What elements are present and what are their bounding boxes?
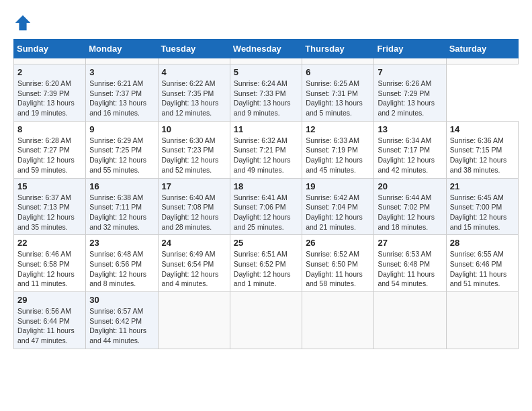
calendar-cell	[374, 58, 446, 64]
day-info: Sunrise: 6:49 AM Sunset: 6:54 PM Dayligh…	[162, 249, 226, 289]
calendar-cell: 24 Sunrise: 6:49 AM Sunset: 6:54 PM Dayl…	[158, 235, 230, 292]
svg-marker-0	[15, 15, 30, 30]
day-info: Sunrise: 6:41 AM Sunset: 7:06 PM Dayligh…	[234, 193, 298, 232]
day-number: 20	[378, 181, 442, 191]
logo	[13, 13, 35, 32]
day-info: Sunrise: 6:55 AM Sunset: 6:46 PM Dayligh…	[450, 249, 515, 289]
calendar-cell: 29 Sunrise: 6:56 AM Sunset: 6:44 PM Dayl…	[14, 292, 86, 349]
calendar-week: 8 Sunrise: 6:28 AM Sunset: 7:27 PM Dayli…	[14, 121, 519, 178]
calendar-cell: 19 Sunrise: 6:42 AM Sunset: 7:04 PM Dayl…	[302, 178, 374, 235]
day-number: 11	[234, 124, 298, 134]
day-number: 6	[306, 67, 370, 77]
calendar-cell: 10 Sunrise: 6:30 AM Sunset: 7:23 PM Dayl…	[158, 121, 230, 178]
header-sunday: Sunday	[14, 40, 86, 58]
calendar-week: 29 Sunrise: 6:56 AM Sunset: 6:44 PM Dayl…	[14, 292, 519, 349]
day-info: Sunrise: 6:48 AM Sunset: 6:56 PM Dayligh…	[89, 249, 154, 289]
calendar-cell: 26 Sunrise: 6:52 AM Sunset: 6:50 PM Dayl…	[302, 235, 374, 292]
calendar-cell	[302, 292, 374, 349]
calendar-cell	[14, 58, 86, 64]
calendar-cell: 6 Sunrise: 6:25 AM Sunset: 7:31 PM Dayli…	[302, 64, 374, 122]
day-info: Sunrise: 6:24 AM Sunset: 7:33 PM Dayligh…	[234, 79, 298, 118]
calendar-table: SundayMondayTuesdayWednesdayThursdayFrid…	[13, 39, 519, 349]
day-info: Sunrise: 6:25 AM Sunset: 7:31 PM Dayligh…	[306, 79, 370, 118]
day-info: Sunrise: 6:45 AM Sunset: 7:00 PM Dayligh…	[450, 193, 515, 232]
day-info: Sunrise: 6:52 AM Sunset: 6:50 PM Dayligh…	[306, 249, 370, 289]
calendar-cell: 16 Sunrise: 6:38 AM Sunset: 7:11 PM Dayl…	[86, 178, 158, 235]
calendar-cell	[446, 58, 518, 64]
calendar-cell: 2 Sunrise: 6:20 AM Sunset: 7:39 PM Dayli…	[14, 64, 86, 122]
day-info: Sunrise: 6:37 AM Sunset: 7:13 PM Dayligh…	[17, 193, 82, 232]
day-info: Sunrise: 6:36 AM Sunset: 7:15 PM Dayligh…	[450, 136, 515, 175]
day-number: 2	[17, 67, 82, 77]
calendar-week: 22 Sunrise: 6:46 AM Sunset: 6:58 PM Dayl…	[14, 235, 519, 292]
calendar-cell: 21 Sunrise: 6:45 AM Sunset: 7:00 PM Dayl…	[446, 178, 518, 235]
day-number: 23	[89, 238, 154, 248]
day-number: 30	[89, 295, 154, 305]
day-info: Sunrise: 6:51 AM Sunset: 6:52 PM Dayligh…	[234, 249, 298, 289]
day-number: 14	[450, 124, 515, 134]
day-info: Sunrise: 6:33 AM Sunset: 7:19 PM Dayligh…	[306, 136, 370, 175]
calendar-cell: 4 Sunrise: 6:22 AM Sunset: 7:35 PM Dayli…	[158, 64, 230, 122]
day-info: Sunrise: 6:32 AM Sunset: 7:21 PM Dayligh…	[234, 136, 298, 175]
day-number: 4	[162, 67, 226, 77]
calendar-cell: 3 Sunrise: 6:21 AM Sunset: 7:37 PM Dayli…	[86, 64, 158, 122]
day-number: 3	[89, 67, 154, 77]
day-info: Sunrise: 6:34 AM Sunset: 7:17 PM Dayligh…	[378, 136, 442, 175]
day-number: 18	[234, 181, 298, 191]
calendar-cell: 27 Sunrise: 6:53 AM Sunset: 6:48 PM Dayl…	[374, 235, 446, 292]
day-info: Sunrise: 6:20 AM Sunset: 7:39 PM Dayligh…	[17, 79, 82, 118]
calendar-cell: 15 Sunrise: 6:37 AM Sunset: 7:13 PM Dayl…	[14, 178, 86, 235]
day-info: Sunrise: 6:38 AM Sunset: 7:11 PM Dayligh…	[89, 193, 154, 232]
day-number: 27	[378, 238, 442, 248]
page-header	[13, 13, 519, 32]
header-wednesday: Wednesday	[230, 40, 302, 58]
header-tuesday: Tuesday	[158, 40, 230, 58]
calendar-cell: 20 Sunrise: 6:44 AM Sunset: 7:02 PM Dayl…	[374, 178, 446, 235]
calendar-cell: 18 Sunrise: 6:41 AM Sunset: 7:06 PM Dayl…	[230, 178, 302, 235]
day-info: Sunrise: 6:42 AM Sunset: 7:04 PM Dayligh…	[306, 193, 370, 232]
day-number: 21	[450, 181, 515, 191]
day-number: 16	[89, 181, 154, 191]
day-number: 10	[162, 124, 226, 134]
calendar-cell: 5 Sunrise: 6:24 AM Sunset: 7:33 PM Dayli…	[230, 64, 302, 122]
day-number: 5	[234, 67, 298, 77]
day-info: Sunrise: 6:44 AM Sunset: 7:02 PM Dayligh…	[378, 193, 442, 232]
day-number: 8	[17, 124, 82, 134]
day-info: Sunrise: 6:30 AM Sunset: 7:23 PM Dayligh…	[162, 136, 226, 175]
calendar-cell	[230, 58, 302, 64]
header-row: SundayMondayTuesdayWednesdayThursdayFrid…	[14, 40, 519, 58]
calendar-cell: 9 Sunrise: 6:29 AM Sunset: 7:25 PM Dayli…	[86, 121, 158, 178]
day-info: Sunrise: 6:40 AM Sunset: 7:08 PM Dayligh…	[162, 193, 226, 232]
day-number: 15	[17, 181, 82, 191]
calendar-cell	[446, 292, 518, 349]
day-info: Sunrise: 6:57 AM Sunset: 6:42 PM Dayligh…	[89, 306, 154, 346]
calendar-cell: 11 Sunrise: 6:32 AM Sunset: 7:21 PM Dayl…	[230, 121, 302, 178]
day-number: 26	[306, 238, 370, 248]
day-number: 24	[162, 238, 226, 248]
calendar-week: 2 Sunrise: 6:20 AM Sunset: 7:39 PM Dayli…	[14, 64, 519, 122]
day-number: 17	[162, 181, 226, 191]
calendar-week: 15 Sunrise: 6:37 AM Sunset: 7:13 PM Dayl…	[14, 178, 519, 235]
logo-icon	[13, 13, 32, 32]
calendar-cell	[374, 292, 446, 349]
header-thursday: Thursday	[302, 40, 374, 58]
calendar-week	[14, 58, 519, 64]
calendar-cell: 12 Sunrise: 6:33 AM Sunset: 7:19 PM Dayl…	[302, 121, 374, 178]
day-number: 12	[306, 124, 370, 134]
day-number: 9	[89, 124, 154, 134]
calendar-cell: 23 Sunrise: 6:48 AM Sunset: 6:56 PM Dayl…	[86, 235, 158, 292]
calendar-cell	[158, 292, 230, 349]
day-info: Sunrise: 6:21 AM Sunset: 7:37 PM Dayligh…	[89, 79, 154, 118]
calendar-cell: 22 Sunrise: 6:46 AM Sunset: 6:58 PM Dayl…	[14, 235, 86, 292]
calendar-cell	[230, 292, 302, 349]
header-monday: Monday	[86, 40, 158, 58]
day-number: 25	[234, 238, 298, 248]
calendar-cell	[86, 58, 158, 64]
day-number: 13	[378, 124, 442, 134]
calendar-cell	[158, 58, 230, 64]
day-number: 7	[378, 67, 442, 77]
calendar-cell: 14 Sunrise: 6:36 AM Sunset: 7:15 PM Dayl…	[446, 121, 518, 178]
day-info: Sunrise: 6:29 AM Sunset: 7:25 PM Dayligh…	[89, 136, 154, 175]
header-saturday: Saturday	[446, 40, 518, 58]
day-info: Sunrise: 6:22 AM Sunset: 7:35 PM Dayligh…	[162, 79, 226, 118]
